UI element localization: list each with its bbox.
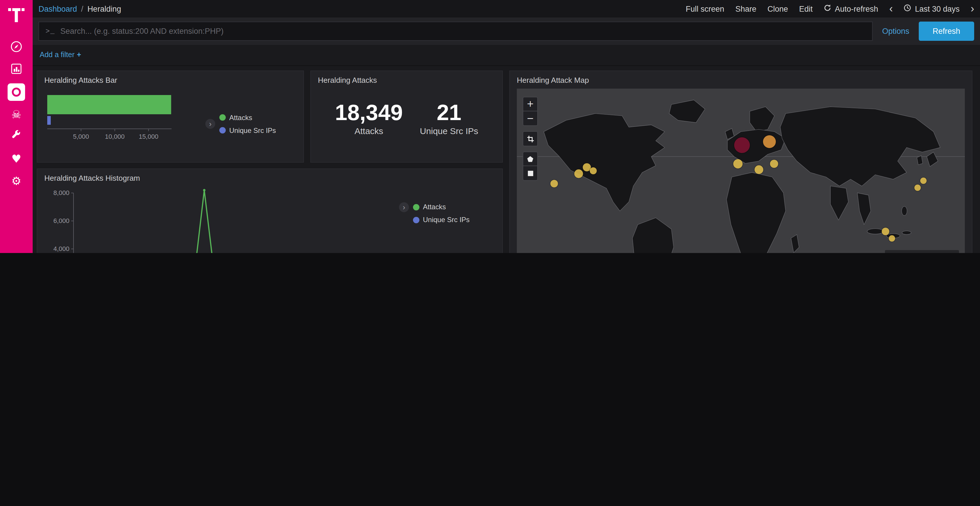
draw-rectangle-button[interactable]: [523, 166, 537, 180]
world-map[interactable]: + −: [517, 89, 965, 253]
attacks-histogram-chart: 02,0004,0006,0008,0002018-10-28 02:00201…: [45, 185, 395, 253]
zoom-in-button[interactable]: +: [523, 97, 537, 111]
tmobile-logo[interactable]: [8, 5, 25, 25]
auto-refresh-button[interactable]: Auto-refresh: [824, 4, 878, 13]
legend-collapse-icon[interactable]: ›: [399, 202, 409, 212]
map-controls: + −: [523, 97, 538, 181]
panel-attacks-bar: Heralding Attacks Bar 5,00010,00015,000 …: [37, 71, 304, 163]
map-attack-marker[interactable]: [734, 137, 750, 153]
breadcrumb: Dashboard / Heralding: [38, 5, 121, 13]
panel-title: Heralding Attacks Bar: [45, 76, 296, 84]
chart-legend: AttacksUnique Src IPs: [413, 203, 469, 224]
add-filter-link[interactable]: Add a filter+: [40, 51, 81, 59]
panel-attack-map: Heralding Attack Map: [509, 71, 972, 253]
breadcrumb-separator: /: [81, 5, 83, 13]
attacks-bar-chart: 5,00010,00015,000: [45, 87, 200, 145]
svg-text:5,000: 5,000: [73, 133, 89, 140]
refresh-button[interactable]: Refresh: [918, 22, 974, 41]
panel-attacks-metric: Heralding Attacks 18,349 Attacks 21 Uniq…: [310, 71, 503, 163]
clock-icon: [904, 4, 912, 13]
legend-collapse-icon[interactable]: ›: [205, 119, 215, 128]
metric-value: 18,349: [335, 101, 402, 125]
edit-button[interactable]: Edit: [799, 5, 813, 13]
svg-text:15,000: 15,000: [139, 133, 158, 140]
legend-item[interactable]: Unique Src IPs: [220, 126, 276, 134]
sidebar-item-settings[interactable]: ⚙: [3, 170, 29, 191]
heart-icon: ♥: [11, 153, 21, 164]
breadcrumb-current: Heralding: [88, 5, 121, 13]
map-attack-marker[interactable]: [882, 227, 889, 235]
metric-label: Attacks: [335, 126, 402, 136]
bar-chart-icon: [10, 62, 23, 78]
world-map-svg: [517, 89, 965, 253]
refresh-circle-icon: [824, 4, 831, 13]
panel-title: Heralding Attack Map: [517, 76, 965, 84]
sidebar: ☠ ♥ ⚙: [0, 0, 33, 253]
filter-bar: Add a filter+: [33, 45, 980, 66]
draw-polygon-button[interactable]: [523, 152, 537, 166]
skull-icon: ☠: [11, 109, 21, 120]
map-attack-marker[interactable]: [754, 165, 763, 174]
legend-item[interactable]: Unique Src IPs: [413, 216, 469, 224]
query-bar: >_ Options Refresh: [33, 17, 980, 45]
dashboard-grid: Heralding Attacks Bar 5,00010,00015,000 …: [33, 66, 980, 253]
legend-item[interactable]: Attacks: [220, 113, 276, 122]
svg-text:10,000: 10,000: [105, 133, 124, 140]
panel-attacks-histogram: Heralding Attacks Histogram 02,0004,0006…: [37, 168, 503, 253]
sidebar-item-attack[interactable]: ☠: [3, 104, 29, 125]
metric-value: 21: [420, 101, 478, 125]
svg-text:8,000: 8,000: [53, 189, 69, 197]
options-link[interactable]: Options: [882, 27, 909, 36]
map-attack-marker[interactable]: [915, 184, 921, 191]
compass-icon: [10, 40, 23, 56]
main-area: Dashboard / Heralding Full screen Share …: [33, 0, 980, 253]
legend-item[interactable]: Attacks: [413, 203, 469, 211]
target-icon: [8, 83, 25, 101]
breadcrumb-dashboard-link[interactable]: Dashboard: [38, 5, 77, 13]
app-root: ☠ ♥ ⚙ Dashboard / Heralding Fu: [0, 0, 980, 253]
sidebar-item-visualize[interactable]: [3, 59, 29, 81]
share-button[interactable]: Share: [735, 5, 756, 13]
plus-icon: +: [77, 51, 81, 59]
map-attack-marker[interactable]: [550, 180, 558, 188]
search-input[interactable]: [60, 27, 866, 36]
top-navbar: Dashboard / Heralding Full screen Share …: [33, 0, 980, 17]
fit-data-bounds-button[interactable]: [523, 132, 537, 146]
map-count-legend: Count 3 – 2,729.42,729.4 – 5,455.85,455.…: [885, 251, 959, 253]
dashboard-menu: Full screen Share Clone Edit Auto-refres…: [686, 3, 974, 14]
chart-legend: AttacksUnique Src IPs: [220, 113, 276, 134]
map-attack-marker[interactable]: [733, 159, 743, 168]
search-box[interactable]: >_: [38, 22, 873, 41]
map-attack-marker[interactable]: [763, 136, 776, 148]
sidebar-item-dashboard[interactable]: [3, 37, 29, 58]
metric-label: Unique Src IPs: [420, 126, 478, 136]
map-attack-marker[interactable]: [589, 167, 597, 174]
metric-unique-src-ips: 21 Unique Src IPs: [420, 101, 478, 136]
time-range-button[interactable]: Last 30 days: [904, 4, 959, 13]
zoom-out-button[interactable]: −: [523, 111, 537, 125]
map-attack-marker[interactable]: [574, 169, 583, 178]
full-screen-button[interactable]: Full screen: [686, 5, 724, 13]
wrench-icon: [11, 129, 22, 143]
terminal-prompt-icon: >_: [46, 27, 55, 35]
gear-icon: ⚙: [11, 175, 21, 186]
sidebar-item-tpot-active[interactable]: [3, 82, 29, 103]
map-attack-marker[interactable]: [921, 177, 927, 184]
time-forward-button[interactable]: ›: [970, 3, 974, 14]
clone-button[interactable]: Clone: [767, 5, 788, 13]
svg-text:6,000: 6,000: [53, 217, 69, 224]
map-attack-marker[interactable]: [770, 160, 778, 168]
sidebar-nav: ☠ ♥ ⚙: [3, 37, 29, 191]
sidebar-item-health[interactable]: ♥: [3, 148, 29, 169]
svg-text:4,000: 4,000: [53, 245, 69, 252]
panel-title: Heralding Attacks: [318, 76, 495, 84]
sidebar-item-tools[interactable]: [3, 126, 29, 147]
metric-attacks: 18,349 Attacks: [335, 101, 402, 136]
map-attack-marker[interactable]: [889, 235, 895, 241]
panel-title: Heralding Attacks Histogram: [45, 174, 495, 182]
time-back-button[interactable]: ‹: [889, 3, 893, 14]
